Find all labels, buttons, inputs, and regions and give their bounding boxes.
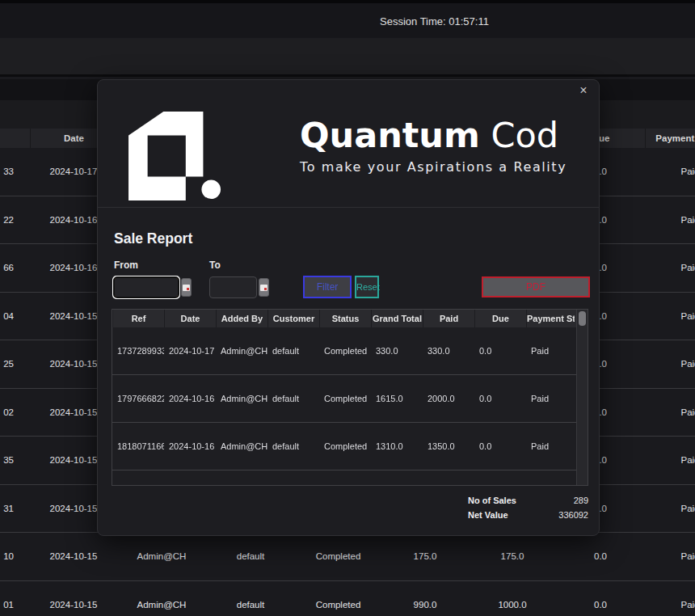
sale-report-dialog: × Quantum Cod To make your Aspirations a… <box>97 79 600 536</box>
table-row[interactable]: 1797666822 2024-10-16 Admin@CH default C… <box>112 375 576 423</box>
cell-status: Completed <box>295 551 381 561</box>
cell-due: 0.0 <box>474 441 526 451</box>
to-calendar-icon[interactable] <box>259 278 269 297</box>
cell-added-by: Admin@CH <box>216 394 267 403</box>
cell-payment-status: Paid <box>645 311 695 321</box>
app-window: Session Time: 01:57:11 RefDateAdded ByCu… <box>0 0 695 616</box>
column-header[interactable]: Paid <box>423 310 474 327</box>
cell-due: 0.0 <box>474 346 526 356</box>
menu-band <box>0 38 695 77</box>
filter-button[interactable]: Filter <box>303 276 352 298</box>
column-header[interactable]: Grand Total <box>371 310 423 327</box>
table-row[interactable]: 10 2024-10-15 Admin@CH default Completed… <box>0 533 695 581</box>
brand-tagline: To make your Aspirations a Reality <box>300 159 607 175</box>
cell-added-by: Admin@CH <box>216 346 267 356</box>
column-header[interactable]: Due <box>474 310 526 327</box>
scrollbar-thumb[interactable] <box>579 311 586 326</box>
divider <box>98 207 599 208</box>
cell-payment-status: Paid <box>645 167 695 176</box>
report-table: RefDateAdded ByCustomerStatusGrand Total… <box>112 309 588 486</box>
cell-added-by: Admin@CH <box>117 551 206 561</box>
dialog-title: Sale Report <box>114 230 192 247</box>
from-label: From <box>114 259 138 271</box>
cell-due: 0.0 <box>556 551 645 561</box>
table-row[interactable]: 1818071166 2024-10-16 Admin@CH default C… <box>112 423 576 470</box>
cell-ref: 22 <box>0 215 30 225</box>
report-table-header: RefDateAdded ByCustomerStatusGrand Total… <box>112 310 576 327</box>
cell-ref: 1737289933 <box>112 346 164 356</box>
column-header[interactable]: Ref <box>112 310 164 327</box>
reset-button[interactable]: Reset <box>355 276 379 298</box>
cell-payment-status: Paid <box>526 441 575 451</box>
cell-status: Completed <box>319 346 371 356</box>
session-bar: Session Time: 01:57:11 <box>0 0 695 38</box>
cell-paid: 330.0 <box>423 346 474 356</box>
cell-ref: 04 <box>0 311 30 321</box>
cell-payment-status: Paid <box>526 346 575 356</box>
column-header[interactable]: Payment Status <box>645 129 695 148</box>
cell-payment-status: Paid <box>645 407 695 417</box>
calendar-glyph <box>260 285 267 291</box>
column-header[interactable]: Ref <box>0 129 30 148</box>
cell-paid: 1000.0 <box>469 600 556 610</box>
cell-added-by: Admin@CH <box>216 441 267 451</box>
cell-date: 2024-10-15 <box>30 600 117 610</box>
column-header[interactable]: Added By <box>216 310 267 327</box>
cell-payment-status: Paid <box>526 394 575 403</box>
table-row[interactable]: 01 2024-10-15 Admin@CH default Completed… <box>0 581 695 616</box>
column-header[interactable]: Payment St... <box>526 310 575 327</box>
close-icon[interactable]: × <box>575 82 592 99</box>
cell-status: Completed <box>319 441 371 451</box>
brand-logo-icon <box>128 112 224 203</box>
cell-ref: 33 <box>0 167 30 176</box>
column-header[interactable]: Status <box>319 310 371 327</box>
cell-due: 0.0 <box>474 394 526 403</box>
cell-payment-status: Paid <box>645 551 695 561</box>
cell-ref: 66 <box>0 263 30 272</box>
no-of-sales-value: 289 <box>574 493 588 508</box>
cell-ref: 1797666822 <box>112 394 164 403</box>
from-date-input[interactable] <box>113 276 179 298</box>
column-header[interactable]: Customer <box>267 310 319 327</box>
cell-customer: default <box>267 346 319 356</box>
cell-customer: default <box>206 551 295 561</box>
net-value-label: Net Value <box>468 508 508 522</box>
cell-ref: 1818071166 <box>112 441 164 451</box>
from-calendar-icon[interactable] <box>181 278 192 297</box>
cell-grand-total: 1310.0 <box>371 441 423 451</box>
cell-payment-status: Paid <box>645 263 695 272</box>
cell-paid: 175.0 <box>469 551 556 561</box>
cell-grand-total: 1615.0 <box>371 394 423 403</box>
cell-date: 2024-10-16 <box>164 441 216 451</box>
cell-status: Completed <box>295 600 381 610</box>
no-of-sales-label: No of Sales <box>468 493 516 508</box>
cell-ref: 35 <box>0 455 30 465</box>
table-scrollbar[interactable] <box>576 310 588 485</box>
cell-paid: 2000.0 <box>423 394 474 403</box>
cell-due: 0.0 <box>556 600 645 610</box>
cell-date: 2024-10-16 <box>164 394 216 403</box>
cell-ref: 01 <box>0 600 30 610</box>
cell-status: Completed <box>319 394 371 403</box>
table-row[interactable]: 1737289933 2024-10-17 Admin@CH default C… <box>112 327 576 375</box>
cell-date: 2024-10-17 <box>164 346 216 356</box>
cell-grand-total: 330.0 <box>371 346 423 356</box>
report-summary: No of Sales 289 Net Value 336092 <box>468 493 588 522</box>
cell-added-by: Admin@CH <box>117 600 206 610</box>
column-header[interactable]: Date <box>164 310 216 327</box>
cell-date: 2024-10-15 <box>30 551 117 561</box>
net-value-value: 336092 <box>558 508 588 522</box>
cell-grand-total: 175.0 <box>381 551 469 561</box>
cell-customer: default <box>267 394 319 403</box>
cell-payment-status: Paid <box>645 455 695 465</box>
pdf-button[interactable]: PDF <box>482 276 590 297</box>
brand-text: Quantum Cod To make your Aspirations a R… <box>300 116 607 175</box>
cell-ref: 10 <box>0 551 30 561</box>
cell-customer: default <box>267 441 319 451</box>
to-date-input[interactable] <box>209 276 257 298</box>
cell-ref: 31 <box>0 504 30 513</box>
brand-header: Quantum Cod To make your Aspirations a R… <box>128 112 224 203</box>
net-value-row: Net Value 336092 <box>468 508 588 522</box>
session-time: Session Time: 01:57:11 <box>380 15 489 27</box>
cell-ref: 02 <box>0 407 30 417</box>
